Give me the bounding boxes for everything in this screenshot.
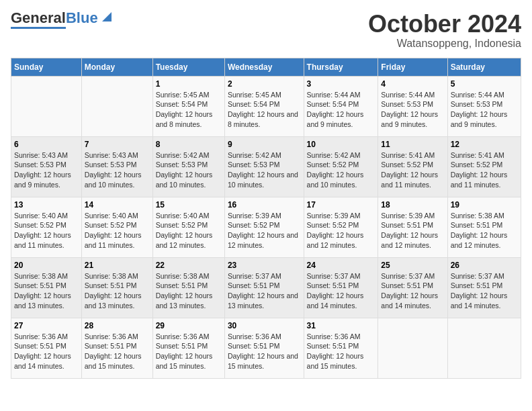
week-row-5: 27Sunrise: 5:36 AMSunset: 5:51 PMDayligh…: [11, 318, 521, 378]
day-cell: 29Sunrise: 5:36 AMSunset: 5:51 PMDayligh…: [152, 318, 224, 378]
day-cell: 12Sunrise: 5:41 AMSunset: 5:52 PMDayligh…: [447, 136, 521, 197]
day-detail: Sunrise: 5:45 AMSunset: 5:54 PMDaylight:…: [228, 90, 301, 130]
day-number: 25: [381, 261, 444, 270]
day-cell: 5Sunrise: 5:44 AMSunset: 5:53 PMDaylight…: [447, 76, 521, 136]
day-cell: 31Sunrise: 5:36 AMSunset: 5:51 PMDayligh…: [304, 318, 378, 378]
week-row-4: 20Sunrise: 5:38 AMSunset: 5:51 PMDayligh…: [11, 257, 521, 318]
day-detail: Sunrise: 5:41 AMSunset: 5:52 PMDaylight:…: [381, 150, 444, 190]
day-cell: 21Sunrise: 5:38 AMSunset: 5:51 PMDayligh…: [81, 257, 152, 318]
day-number: 24: [307, 261, 375, 270]
day-detail: Sunrise: 5:39 AMSunset: 5:52 PMDaylight:…: [228, 211, 301, 250]
day-cell: 6Sunrise: 5:43 AMSunset: 5:53 PMDaylight…: [11, 136, 82, 197]
day-cell: 20Sunrise: 5:38 AMSunset: 5:51 PMDayligh…: [11, 257, 82, 318]
day-cell: 24Sunrise: 5:37 AMSunset: 5:51 PMDayligh…: [304, 257, 378, 318]
day-number: 6: [14, 140, 79, 149]
day-cell: 19Sunrise: 5:38 AMSunset: 5:51 PMDayligh…: [447, 197, 521, 257]
day-detail: Sunrise: 5:44 AMSunset: 5:54 PMDaylight:…: [307, 90, 375, 130]
logo-blue-text: Blue: [66, 11, 98, 26]
day-detail: Sunrise: 5:40 AMSunset: 5:52 PMDaylight:…: [85, 211, 150, 250]
day-detail: Sunrise: 5:40 AMSunset: 5:52 PMDaylight:…: [14, 211, 79, 250]
day-cell: 13Sunrise: 5:40 AMSunset: 5:52 PMDayligh…: [11, 197, 82, 257]
day-cell: 28Sunrise: 5:36 AMSunset: 5:51 PMDayligh…: [81, 318, 152, 378]
day-number: 3: [307, 79, 375, 89]
day-number: 16: [228, 200, 301, 210]
day-detail: Sunrise: 5:38 AMSunset: 5:51 PMDaylight:…: [451, 211, 518, 250]
day-cell: [81, 76, 152, 136]
day-detail: Sunrise: 5:41 AMSunset: 5:52 PMDaylight:…: [451, 150, 518, 190]
header-row: SundayMondayTuesdayWednesdayThursdayFrid…: [11, 58, 521, 76]
day-number: 28: [85, 321, 150, 330]
day-number: 4: [381, 79, 444, 89]
day-cell: 15Sunrise: 5:40 AMSunset: 5:52 PMDayligh…: [152, 197, 224, 257]
day-detail: Sunrise: 5:42 AMSunset: 5:52 PMDaylight:…: [307, 150, 375, 190]
day-number: 19: [451, 200, 518, 210]
week-row-2: 6Sunrise: 5:43 AMSunset: 5:53 PMDaylight…: [11, 136, 521, 197]
day-cell: 17Sunrise: 5:39 AMSunset: 5:52 PMDayligh…: [304, 197, 378, 257]
day-number: 18: [381, 200, 444, 210]
day-cell: 8Sunrise: 5:42 AMSunset: 5:53 PMDaylight…: [152, 136, 224, 197]
day-detail: Sunrise: 5:42 AMSunset: 5:53 PMDaylight:…: [156, 150, 222, 190]
day-number: 30: [228, 321, 301, 330]
logo-underline: [11, 27, 66, 29]
day-number: 10: [307, 140, 375, 149]
day-cell: 22Sunrise: 5:38 AMSunset: 5:51 PMDayligh…: [152, 257, 224, 318]
day-number: 31: [307, 321, 375, 330]
day-number: 12: [451, 140, 518, 149]
day-number: 5: [451, 79, 518, 89]
day-cell: 9Sunrise: 5:42 AMSunset: 5:53 PMDaylight…: [224, 136, 304, 197]
title-area: October 2024 Watansoppeng, Indonesia: [368, 11, 521, 50]
day-number: 8: [156, 140, 222, 149]
day-detail: Sunrise: 5:37 AMSunset: 5:51 PMDaylight:…: [381, 271, 444, 311]
day-detail: Sunrise: 5:38 AMSunset: 5:51 PMDaylight:…: [14, 271, 79, 311]
day-cell: 1Sunrise: 5:45 AMSunset: 5:54 PMDaylight…: [152, 76, 224, 136]
day-number: 22: [156, 261, 222, 270]
day-cell: 27Sunrise: 5:36 AMSunset: 5:51 PMDayligh…: [11, 318, 82, 378]
day-cell: 4Sunrise: 5:44 AMSunset: 5:53 PMDaylight…: [378, 76, 447, 136]
svg-marker-0: [102, 12, 112, 21]
day-number: 9: [228, 140, 301, 149]
header-thursday: Thursday: [304, 58, 378, 76]
day-detail: Sunrise: 5:36 AMSunset: 5:51 PMDaylight:…: [85, 332, 150, 371]
day-detail: Sunrise: 5:44 AMSunset: 5:53 PMDaylight:…: [451, 90, 518, 130]
day-cell: 3Sunrise: 5:44 AMSunset: 5:54 PMDaylight…: [304, 76, 378, 136]
day-detail: Sunrise: 5:36 AMSunset: 5:51 PMDaylight:…: [228, 332, 301, 371]
day-detail: Sunrise: 5:42 AMSunset: 5:53 PMDaylight:…: [228, 150, 301, 190]
day-number: 2: [228, 79, 301, 89]
month-title: October 2024: [368, 11, 521, 38]
day-detail: Sunrise: 5:37 AMSunset: 5:51 PMDaylight:…: [307, 271, 375, 311]
location-title: Watansoppeng, Indonesia: [368, 38, 521, 50]
day-number: 15: [156, 200, 222, 210]
day-detail: Sunrise: 5:36 AMSunset: 5:51 PMDaylight:…: [307, 332, 375, 371]
day-detail: Sunrise: 5:38 AMSunset: 5:51 PMDaylight:…: [156, 271, 222, 311]
day-cell: 26Sunrise: 5:37 AMSunset: 5:51 PMDayligh…: [447, 257, 521, 318]
day-detail: Sunrise: 5:36 AMSunset: 5:51 PMDaylight:…: [156, 332, 222, 371]
day-number: 17: [307, 200, 375, 210]
day-cell: [378, 318, 447, 378]
header-tuesday: Tuesday: [152, 58, 224, 76]
day-cell: 23Sunrise: 5:37 AMSunset: 5:51 PMDayligh…: [224, 257, 304, 318]
header-wednesday: Wednesday: [224, 58, 304, 76]
day-cell: [11, 76, 82, 136]
header-monday: Monday: [81, 58, 152, 76]
day-detail: Sunrise: 5:39 AMSunset: 5:52 PMDaylight:…: [307, 211, 375, 250]
day-cell: 10Sunrise: 5:42 AMSunset: 5:52 PMDayligh…: [304, 136, 378, 197]
day-number: 23: [228, 261, 301, 270]
logo-arrow-icon: [99, 9, 114, 24]
day-number: 13: [14, 200, 79, 210]
day-number: 14: [85, 200, 150, 210]
day-number: 26: [451, 261, 518, 270]
calendar-table: SundayMondayTuesdayWednesdayThursdayFrid…: [11, 58, 521, 379]
header-sunday: Sunday: [11, 58, 82, 76]
logo-text: General: [11, 11, 66, 26]
header: General Blue October 2024 Watansoppeng, …: [11, 11, 521, 50]
day-detail: Sunrise: 5:44 AMSunset: 5:53 PMDaylight:…: [381, 90, 444, 130]
day-cell: 25Sunrise: 5:37 AMSunset: 5:51 PMDayligh…: [378, 257, 447, 318]
day-number: 1: [156, 79, 222, 89]
day-number: 20: [14, 261, 79, 270]
header-saturday: Saturday: [447, 58, 521, 76]
day-detail: Sunrise: 5:37 AMSunset: 5:51 PMDaylight:…: [451, 271, 518, 311]
day-cell: 2Sunrise: 5:45 AMSunset: 5:54 PMDaylight…: [224, 76, 304, 136]
day-detail: Sunrise: 5:39 AMSunset: 5:51 PMDaylight:…: [381, 211, 444, 250]
day-cell: 7Sunrise: 5:43 AMSunset: 5:53 PMDaylight…: [81, 136, 152, 197]
logo: General Blue: [11, 11, 114, 29]
